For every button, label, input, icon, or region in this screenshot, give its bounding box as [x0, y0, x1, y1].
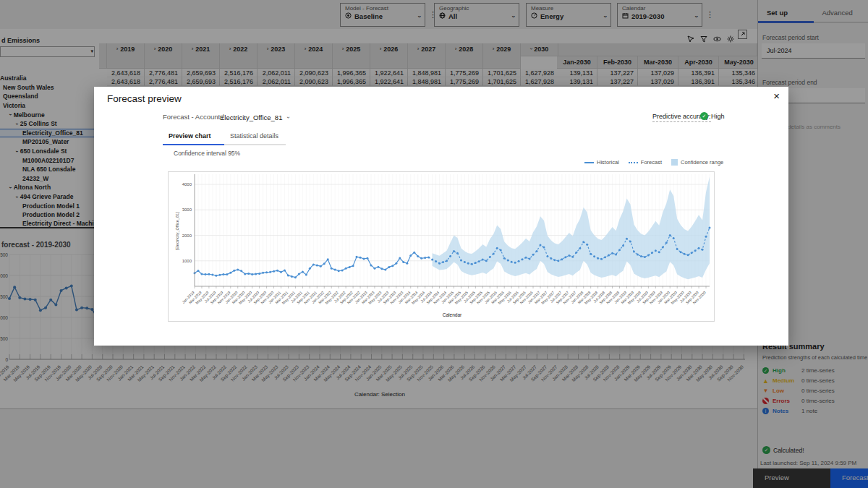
account-selector-label: Forecast - Account / — [163, 113, 224, 121]
legend-dashed-swatch — [629, 162, 638, 163]
tab-preview-chart[interactable]: Preview chart — [163, 128, 224, 145]
modal-title: Forecast preview — [107, 93, 182, 104]
tab-statistical-details[interactable]: Statistical details — [224, 128, 286, 145]
forecast-preview-modal: Forecast preview × Forecast - Account / … — [94, 87, 788, 346]
account-selector[interactable]: Electricity_Office_81› — [220, 114, 289, 121]
chevron-down-icon: › — [285, 116, 292, 119]
app-root: Model - Forecast Baseline› ⋮ Geographic … — [0, 0, 868, 488]
svg-text:1000: 1000 — [182, 259, 192, 263]
legend-label: Historical — [597, 159, 619, 166]
svg-text:2000: 2000 — [182, 234, 192, 238]
legend-area-swatch — [671, 159, 678, 166]
chart-legend: HistoricalForecastConfidence range — [584, 159, 723, 166]
svg-text:3000: 3000 — [182, 207, 192, 212]
svg-text:Calendar: Calendar — [443, 312, 462, 317]
svg-text:[Electricity_Office_81]: [Electricity_Office_81] — [175, 212, 179, 251]
legend-item[interactable]: Historical — [584, 159, 619, 166]
forecast-chart-card: 1000200030004000Jan-2019Mar-2019May-2019… — [168, 171, 715, 322]
svg-text:4000: 4000 — [182, 182, 192, 187]
forecast-chart: 1000200030004000Jan-2019Mar-2019May-2019… — [169, 172, 714, 321]
legend-label: Forecast — [641, 159, 662, 166]
check-icon: ✓ — [700, 112, 708, 120]
legend-solid-swatch — [584, 162, 594, 163]
legend-item[interactable]: Forecast — [629, 159, 662, 166]
legend-label: Confidence range — [681, 159, 723, 166]
close-icon[interactable]: × — [773, 90, 780, 101]
predictive-accuracy-badge: ✓High — [700, 112, 725, 120]
legend-item[interactable]: Confidence range — [671, 159, 723, 166]
confidence-interval-label: Confidence interval 95% — [174, 150, 240, 157]
